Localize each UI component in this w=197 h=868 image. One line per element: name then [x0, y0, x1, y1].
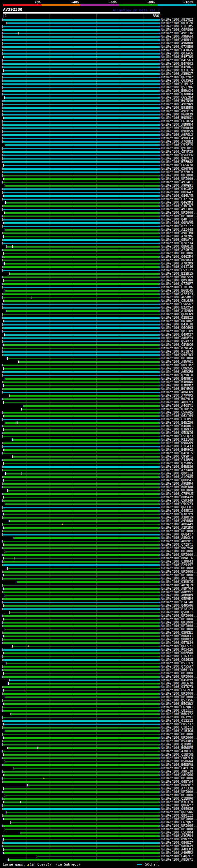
hit-bar[interactable] [4, 636, 160, 637]
hit-bar[interactable] [4, 514, 160, 515]
hit-label[interactable]: UniRef100_B4F8K1 [161, 65, 193, 69]
hit-bar[interactable] [3, 571, 160, 573]
hit-bar[interactable] [3, 188, 160, 190]
hit-bar[interactable] [3, 66, 160, 68]
hit-label[interactable]: UniRef100_UPI000.. [161, 550, 197, 553]
hit-label[interactable]: UniRef100_B5X4H4 [161, 739, 193, 743]
hit-label[interactable]: UniRef100_Q38HU4 [161, 92, 193, 96]
hit-label[interactable]: UniRef100_B3N932 [161, 428, 193, 431]
hit-bar[interactable] [3, 622, 160, 623]
hit-label[interactable]: UniRef100_UPI000.. [161, 529, 197, 533]
hit-bar[interactable] [4, 280, 160, 281]
hit-bar[interactable] [3, 805, 160, 806]
hit-label[interactable]: UniRef100_B4NZ56 [161, 421, 193, 424]
hit-bar[interactable] [8, 568, 160, 569]
hit-label[interactable]: UniRef100_Q01CZ6 [161, 21, 193, 25]
hit-label[interactable]: UniRef100_Q6C603 [161, 326, 193, 330]
hit-label[interactable]: UniRef100_A8MRH4 [161, 123, 193, 126]
hit-bar[interactable] [12, 456, 160, 458]
hit-bar[interactable] [3, 341, 160, 342]
hit-bar[interactable] [4, 690, 160, 691]
hit-label[interactable]: UniRef100_A3RLX1 [161, 749, 193, 753]
hit-bar[interactable] [11, 822, 160, 823]
hit-label[interactable]: UniRef100_A9NPA4 [161, 35, 193, 38]
hit-label[interactable]: UniRef100_C9SPT1 [161, 455, 193, 458]
hit-bar[interactable] [3, 270, 160, 271]
hit-label[interactable]: UniRef100_B0Z9L0 [161, 397, 193, 401]
hit-label[interactable]: UniRef100_Q45RI2 [161, 509, 193, 513]
hit-bar[interactable] [3, 317, 160, 319]
hit-bar[interactable] [4, 652, 160, 654]
hit-bar[interactable] [3, 277, 160, 278]
hit-bar[interactable] [3, 33, 160, 34]
hit-bar[interactable] [4, 263, 160, 265]
hit-bar[interactable] [3, 791, 160, 793]
hit-label[interactable]: UniRef100_Q9LHP1 [161, 147, 193, 150]
hit-bar[interactable] [3, 734, 160, 735]
hit-bar[interactable] [5, 145, 160, 146]
hit-label[interactable]: UniRef100_B4FQ03 [161, 62, 193, 65]
hit-label[interactable]: UniRef100_C5E004 [161, 831, 193, 834]
hit-bar[interactable] [8, 747, 160, 749]
hit-label[interactable]: UniRef100_A8MVV7 [161, 590, 193, 594]
hit-bar[interactable] [9, 680, 160, 681]
hit-label[interactable]: UniRef100_P14148 [161, 600, 193, 604]
hit-bar[interactable] [3, 216, 160, 217]
hit-label[interactable]: UniRef100_C1BHP6 [161, 797, 193, 800]
hit-label[interactable]: UniRef100_Q6XI09 [161, 414, 193, 417]
hit-bar[interactable] [3, 808, 160, 810]
hit-bar[interactable] [5, 696, 160, 698]
hit-label[interactable]: UniRef100_C4QZE7 [161, 855, 193, 858]
hit-bar[interactable] [3, 365, 160, 366]
hit-bar[interactable] [4, 236, 160, 238]
hit-bar[interactable] [5, 473, 160, 474]
hit-bar[interactable] [5, 761, 160, 763]
hit-label[interactable]: UniRef100_P05426 [161, 648, 193, 651]
hit-bar[interactable] [5, 202, 160, 204]
hit-bar[interactable] [3, 232, 160, 234]
hit-bar[interactable] [3, 727, 160, 728]
hit-label[interactable]: UniRef100_Q4P8I5 [161, 452, 193, 455]
hit-bar[interactable] [3, 137, 160, 139]
hit-label[interactable]: UniRef100_UPI000.. [161, 692, 197, 695]
hit-bar[interactable] [3, 172, 160, 173]
hit-bar[interactable] [6, 812, 160, 813]
hit-bar[interactable] [3, 707, 160, 708]
hit-bar[interactable] [4, 544, 160, 546]
hit-label[interactable]: UniRef100_B5G3W2 [161, 702, 193, 706]
hit-bar[interactable] [4, 97, 160, 98]
hit-bar[interactable] [5, 795, 160, 796]
hit-label[interactable]: UniRef100_Q5R9R4 [161, 597, 193, 600]
hit-label[interactable]: UniRef100_C1E1M5 [161, 25, 193, 28]
hit-label[interactable]: UniRef100_P60040 [161, 126, 193, 130]
hit-label[interactable]: UniRef100_Q801I3 [161, 472, 193, 475]
hit-label[interactable]: UniRef100_A7SHY5 [161, 248, 193, 252]
hit-bar[interactable] [4, 429, 160, 430]
hit-label[interactable]: UniRef100_B5DGW4 [161, 760, 193, 763]
hit-label[interactable]: UniRef100_Q4SMV9 [161, 678, 193, 682]
hit-label[interactable]: UniRef100_Q86GY7 [161, 804, 193, 807]
hit-label[interactable]: UniRef100_P25457 [161, 563, 193, 566]
hit-label[interactable]: UniRef100_C8ZII1 [161, 709, 193, 712]
hit-label[interactable]: UniRef100_Q0JAC6 [161, 52, 193, 55]
hit-label[interactable]: UniRef100_Q4GXM2 [161, 187, 193, 191]
hit-bar[interactable] [4, 212, 160, 214]
hit-label[interactable]: UniRef100_A1C985 [161, 475, 193, 478]
hit-label[interactable]: UniRef100_Q4PM37 [161, 333, 193, 336]
hit-label[interactable]: UniRef100_C5YFI5 [161, 143, 193, 147]
hit-bar[interactable] [3, 324, 160, 326]
hit-label[interactable]: UniRef100_A1D9N9 [161, 309, 193, 313]
hit-label[interactable]: UniRef100_C4WTW7 [161, 204, 193, 208]
hit-bar[interactable] [3, 182, 160, 183]
hit-bar[interactable] [3, 43, 160, 44]
hit-bar[interactable] [12, 646, 160, 647]
hit-bar[interactable] [3, 470, 160, 471]
hit-label[interactable]: UniRef100_A7Y480 [161, 468, 193, 472]
hit-bar[interactable] [3, 710, 160, 712]
hit-label[interactable]: UniRef100_B4FSG3 [161, 59, 193, 62]
hit-bar[interactable] [3, 100, 160, 102]
hit-bar[interactable] [3, 493, 160, 495]
hit-label[interactable]: UniRef100_Q3UBI6 [161, 580, 193, 584]
hit-label[interactable]: UniRef100_C1C091 [161, 417, 193, 421]
hit-label[interactable]: UniRef100_A7TJ38 [161, 787, 193, 790]
